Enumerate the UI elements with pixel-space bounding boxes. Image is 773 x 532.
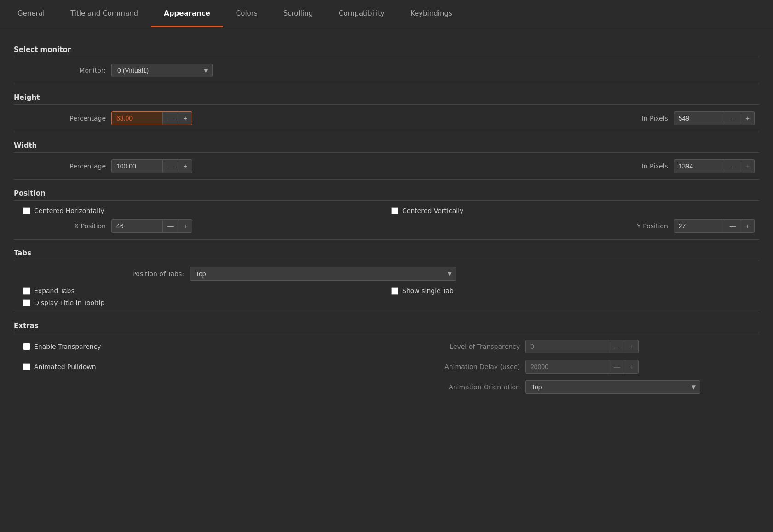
x-position-minus[interactable]: — xyxy=(162,220,179,232)
extras-header: Extras xyxy=(14,322,759,333)
width-pixels-plus[interactable]: + xyxy=(741,160,754,172)
width-left: Percentage — + xyxy=(14,159,384,173)
divider-2 xyxy=(14,132,759,132)
divider-5 xyxy=(14,312,759,312)
x-position-label: X Position xyxy=(14,222,106,230)
tabs-position-row: Position of Tabs: Top Bottom Left Right … xyxy=(14,267,759,281)
monitor-row: Monitor: 0 (Virtual1) ▼ xyxy=(14,64,759,77)
height-percentage-plus[interactable]: + xyxy=(179,112,192,124)
animation-orientation-label: Animation Orientation xyxy=(290,383,520,391)
height-percentage-label: Percentage xyxy=(14,115,106,122)
width-row: Percentage — + In Pixels — + xyxy=(14,159,759,173)
centered-vertically-label: Centered Vertically xyxy=(402,207,463,214)
tab-title-command[interactable]: Title and Command xyxy=(58,0,151,27)
animated-pulldown-item[interactable]: Animated Pulldown xyxy=(23,363,96,370)
tabs-header: Tabs xyxy=(14,249,759,260)
x-position-plus[interactable]: + xyxy=(179,220,192,232)
width-percentage-input[interactable] xyxy=(112,160,162,173)
level-transparency-plus[interactable]: + xyxy=(625,340,638,353)
width-right: In Pixels — + xyxy=(384,159,759,173)
centered-vertically-checkbox[interactable] xyxy=(391,207,398,214)
height-percentage-input[interactable] xyxy=(112,112,162,125)
enable-transparency-checkbox[interactable] xyxy=(23,343,30,350)
extras-transparency-left: Enable Transparency xyxy=(14,343,290,350)
animated-pulldown-label: Animated Pulldown xyxy=(34,363,96,370)
tab-colors[interactable]: Colors xyxy=(223,0,271,27)
height-pixels-minus[interactable]: — xyxy=(725,112,741,124)
expand-tabs-label: Expand Tabs xyxy=(34,287,75,295)
y-position-label: Y Position xyxy=(576,222,668,230)
height-pixels-label: In Pixels xyxy=(576,115,668,122)
animation-delay-label: Animation Delay (usec) xyxy=(290,363,520,370)
y-position-minus[interactable]: — xyxy=(725,220,741,232)
height-left: Percentage — + xyxy=(14,111,384,125)
animation-delay-plus[interactable]: + xyxy=(625,360,638,373)
tab-keybindings[interactable]: Keybindings xyxy=(398,0,465,27)
y-position-plus[interactable]: + xyxy=(741,220,754,232)
y-position-input[interactable] xyxy=(674,220,725,232)
level-transparency-input[interactable] xyxy=(526,340,609,353)
level-transparency-minus[interactable]: — xyxy=(609,340,625,353)
position-header: Position xyxy=(14,189,759,201)
position-checkbox-row: Centered Horizontally Centered Verticall… xyxy=(14,207,759,214)
display-title-checkbox[interactable] xyxy=(23,299,30,306)
animation-delay-minus[interactable]: — xyxy=(609,360,625,373)
animation-orientation-dropdown[interactable]: Top Bottom Left Right xyxy=(525,380,700,394)
x-position-stepper: — + xyxy=(111,219,192,233)
enable-transparency-item[interactable]: Enable Transparency xyxy=(23,343,101,350)
width-percentage-minus[interactable]: — xyxy=(162,160,179,172)
position-of-tabs-dropdown-wrap: Top Bottom Left Right ▼ xyxy=(190,267,456,281)
extras-animation-row: Animated Pulldown Animation Delay (usec)… xyxy=(14,360,759,374)
display-title-row: Display Title in Tooltip xyxy=(14,299,759,306)
tabs-checkbox-row1: Expand Tabs Show single Tab xyxy=(14,287,759,295)
enable-transparency-label: Enable Transparency xyxy=(34,343,101,350)
show-single-tab-item[interactable]: Show single Tab xyxy=(391,287,454,295)
expand-tabs-checkbox[interactable] xyxy=(23,287,30,295)
show-single-tab-checkbox[interactable] xyxy=(391,287,398,295)
width-pixels-stepper: — + xyxy=(674,159,755,173)
animation-delay-stepper: — + xyxy=(525,360,639,374)
width-percentage-plus[interactable]: + xyxy=(179,160,192,172)
tab-general[interactable]: General xyxy=(5,0,58,27)
extras-animation-right: Animation Delay (usec) — + xyxy=(290,360,759,374)
position-left-checkbox: Centered Horizontally xyxy=(14,207,391,214)
centered-horizontally-item[interactable]: Centered Horizontally xyxy=(23,207,104,214)
x-position-input[interactable] xyxy=(112,220,162,232)
y-position-right: Y Position — + xyxy=(384,219,759,233)
animation-delay-input[interactable] xyxy=(526,360,609,373)
centered-vertically-item[interactable]: Centered Vertically xyxy=(391,207,463,214)
tab-bar: General Title and Command Appearance Col… xyxy=(0,0,773,27)
height-percentage-minus[interactable]: — xyxy=(162,112,179,124)
width-pixels-input[interactable] xyxy=(674,160,725,173)
position-of-tabs-dropdown[interactable]: Top Bottom Left Right xyxy=(190,267,456,281)
centered-horizontally-label: Centered Horizontally xyxy=(34,207,104,214)
tab-compatibility[interactable]: Compatibility xyxy=(326,0,398,27)
extras-transparency-row: Enable Transparency Level of Transparenc… xyxy=(14,340,759,353)
animated-pulldown-checkbox[interactable] xyxy=(23,363,30,370)
expand-tabs-item[interactable]: Expand Tabs xyxy=(23,287,75,295)
height-pixels-plus[interactable]: + xyxy=(741,112,754,124)
tab-appearance[interactable]: Appearance xyxy=(151,0,223,27)
extras-transparency-right: Level of Transparency — + xyxy=(290,340,759,353)
select-monitor-header: Select monitor xyxy=(14,46,759,57)
tab-scrolling[interactable]: Scrolling xyxy=(271,0,326,27)
width-pixels-minus[interactable]: — xyxy=(725,160,741,172)
height-pixels-stepper: — + xyxy=(674,111,755,125)
divider-4 xyxy=(14,239,759,240)
monitor-dropdown-wrap: 0 (Virtual1) ▼ xyxy=(111,64,213,77)
display-title-item[interactable]: Display Title in Tooltip xyxy=(23,299,104,306)
centered-horizontally-checkbox[interactable] xyxy=(23,207,30,214)
expand-tabs-left: Expand Tabs xyxy=(14,287,391,295)
height-pixels-input[interactable] xyxy=(674,112,725,125)
divider-3 xyxy=(14,179,759,180)
height-right: In Pixels — + xyxy=(384,111,759,125)
level-transparency-label: Level of Transparency xyxy=(290,343,520,350)
height-row: Percentage — + In Pixels — + xyxy=(14,111,759,125)
extras-orientation-row: Animation Orientation Top Bottom Left Ri… xyxy=(14,380,759,394)
extras-animation-left: Animated Pulldown xyxy=(14,363,290,370)
monitor-dropdown[interactable]: 0 (Virtual1) xyxy=(111,64,213,77)
show-single-tab-label: Show single Tab xyxy=(402,287,454,295)
show-single-tab-right: Show single Tab xyxy=(391,287,759,295)
width-percentage-stepper: — + xyxy=(111,159,192,173)
position-right-checkbox: Centered Vertically xyxy=(391,207,759,214)
